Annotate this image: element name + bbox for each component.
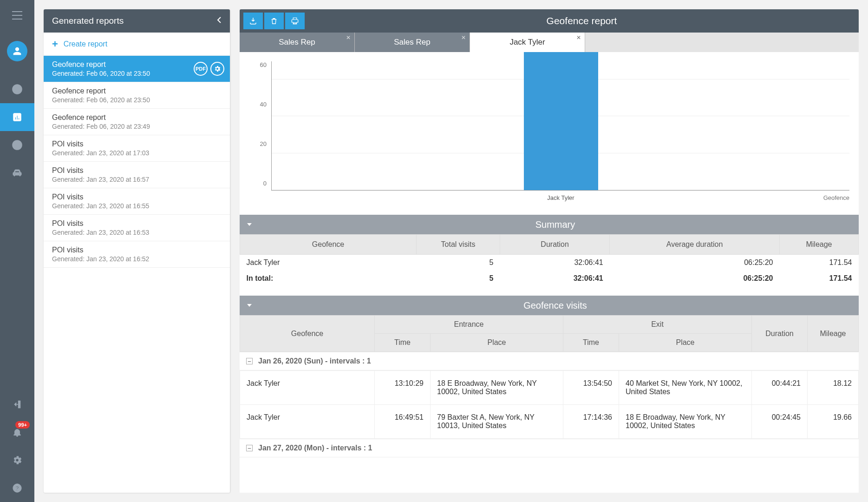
- tab-label: Jack Tyler: [509, 38, 545, 47]
- report-item-title: Geofence report: [52, 113, 222, 122]
- nav-reports[interactable]: [0, 103, 34, 131]
- svg-rect-1: [12, 15, 22, 16]
- topbar: Geofence report: [240, 9, 859, 33]
- visits-group-row: −Jan 27, 2020 (Mon) - intervals : 1: [240, 439, 859, 457]
- x-category-label: Jack Tyler: [547, 194, 574, 201]
- report-item-sub: Generated: Jan 23, 2020 at 16:53: [52, 229, 222, 236]
- visits-th-mileage: Mileage: [808, 316, 859, 352]
- chart: 6040200 Geofence Jack Tyler: [240, 52, 859, 205]
- visits-header: Geofence visits: [240, 296, 859, 315]
- download-button[interactable]: [243, 13, 263, 29]
- delete-button[interactable]: [264, 13, 284, 29]
- summary-th-avg: Average duration: [610, 235, 780, 255]
- report-item[interactable]: POI visitsGenerated: Jan 23, 2020 at 16:…: [44, 188, 230, 215]
- tab[interactable]: Jack Tyler✕: [470, 33, 585, 52]
- visits-title: Geofence visits: [258, 300, 852, 311]
- visits-rows-table: Jack Tyler13:10:2918 E Broadway, New Yor…: [240, 370, 859, 439]
- summary-title: Summary: [258, 219, 852, 230]
- report-item[interactable]: Geofence reportGenerated: Feb 06, 2020 a…: [44, 82, 230, 109]
- y-tick: 40: [260, 101, 267, 108]
- tab[interactable]: Sales Rep✕: [355, 33, 470, 52]
- visits-th-x-place: Place: [619, 334, 752, 352]
- svg-rect-7: [19, 118, 20, 120]
- expand-icon[interactable]: −: [246, 358, 253, 364]
- y-tick: 0: [263, 180, 267, 187]
- nav-help[interactable]: ?: [0, 474, 34, 502]
- main-panel: Geofence report Sales Rep✕Sales Rep✕Jack…: [240, 9, 859, 493]
- visits-th-x-time: Time: [563, 334, 619, 352]
- tab[interactable]: Sales Rep✕: [240, 33, 355, 52]
- notification-badge: 99+: [15, 421, 30, 429]
- summary-row: Jack Tyler532:06:4106:25:20171.54: [240, 255, 859, 271]
- summary-th-visits: Total visits: [417, 235, 500, 255]
- visits-th-e-place: Place: [431, 334, 563, 352]
- report-item-title: Geofence report: [52, 87, 222, 95]
- report-item-sub: Generated: Jan 23, 2020 at 16:55: [52, 202, 222, 210]
- group-label: Jan 26, 2020 (Sun) - intervals : 1: [258, 357, 371, 365]
- expand-icon[interactable]: −: [246, 445, 253, 451]
- report-item[interactable]: POI visitsGenerated: Jan 23, 2020 at 16:…: [44, 215, 230, 241]
- svg-rect-5: [15, 117, 16, 120]
- summary-th-mileage: Mileage: [780, 235, 859, 255]
- report-item-title: POI visits: [52, 140, 222, 148]
- report-item[interactable]: POI visitsGenerated: Jan 23, 2020 at 16:…: [44, 162, 230, 188]
- close-icon[interactable]: ✕: [576, 34, 581, 41]
- report-item-sub: Generated: Jan 23, 2020 at 17:03: [52, 149, 222, 157]
- main-title: Geofence report: [305, 15, 859, 26]
- summary-header: Summary: [240, 215, 859, 234]
- nav-clock[interactable]: [0, 131, 34, 159]
- nav-exit[interactable]: [0, 390, 34, 418]
- visits-collapse-icon[interactable]: [246, 300, 253, 311]
- gear-icon[interactable]: [210, 62, 224, 76]
- bar: [524, 52, 598, 190]
- left-rail: 99+ ?: [0, 0, 34, 502]
- report-item-title: POI visits: [52, 166, 222, 175]
- visits-table: Geofence Entrance Exit Duration Mileage …: [240, 315, 859, 352]
- visits-th-e-time: Time: [375, 334, 431, 352]
- reports-panel: Generated reports + Create report Geofen…: [44, 9, 230, 493]
- tab-label: Sales Rep: [394, 38, 430, 47]
- summary-th-geofence: Geofence: [240, 235, 417, 255]
- report-item[interactable]: POI visitsGenerated: Jan 23, 2020 at 16:…: [44, 241, 230, 268]
- close-icon[interactable]: ✕: [461, 34, 466, 41]
- pdf-icon[interactable]: PDF: [194, 62, 208, 76]
- report-item-sub: Generated: Jan 23, 2020 at 16:52: [52, 255, 222, 263]
- report-item-sub: Generated: Feb 06, 2020 at 23:50: [52, 96, 222, 104]
- report-item-title: POI visits: [52, 246, 222, 254]
- hamburger-button[interactable]: [0, 4, 34, 27]
- reports-title: Generated reports: [52, 16, 124, 26]
- visits-th-exit: Exit: [563, 316, 752, 334]
- nav-notifications[interactable]: 99+: [0, 418, 34, 446]
- summary-th-duration: Duration: [500, 235, 610, 255]
- visits-body: −Jan 26, 2020 (Sun) - intervals : 1Jack …: [240, 352, 859, 457]
- nav-globe[interactable]: [0, 75, 34, 103]
- create-report-button[interactable]: + Create report: [44, 33, 230, 56]
- report-item-sub: Generated: Jan 23, 2020 at 16:57: [52, 176, 222, 183]
- chart-plot: Geofence Jack Tyler: [271, 61, 849, 191]
- visits-th-entrance: Entrance: [375, 316, 563, 334]
- user-avatar[interactable]: [7, 41, 27, 61]
- nav-car[interactable]: [0, 159, 34, 187]
- report-list: Geofence reportGenerated: Feb 06, 2020 a…: [44, 56, 230, 493]
- visits-th-duration: Duration: [752, 316, 808, 352]
- chart-y-axis: 6040200: [249, 61, 271, 187]
- summary-table: Geofence Total visits Duration Average d…: [240, 234, 859, 286]
- report-item-sub: Generated: Feb 06, 2020 at 23:49: [52, 123, 222, 130]
- collapse-icon[interactable]: [217, 16, 222, 26]
- report-item-title: POI visits: [52, 219, 222, 228]
- reports-header: Generated reports: [44, 9, 230, 33]
- print-button[interactable]: [285, 13, 305, 29]
- y-tick: 60: [260, 61, 267, 68]
- visits-th-geofence: Geofence: [240, 316, 375, 352]
- close-icon[interactable]: ✕: [346, 34, 351, 41]
- svg-rect-0: [12, 11, 22, 12]
- nav-settings[interactable]: [0, 446, 34, 474]
- report-item[interactable]: Geofence reportGenerated: Feb 06, 2020 a…: [44, 56, 230, 82]
- report-item[interactable]: POI visitsGenerated: Jan 23, 2020 at 17:…: [44, 135, 230, 162]
- summary-total-row: In total:532:06:4106:25:20171.54: [240, 271, 859, 286]
- visit-row: Jack Tyler13:10:2918 E Broadway, New Yor…: [240, 371, 859, 405]
- tabs: Sales Rep✕Sales Rep✕Jack Tyler✕: [240, 33, 859, 52]
- svg-text:?: ?: [15, 485, 19, 492]
- summary-collapse-icon[interactable]: [246, 219, 253, 230]
- report-item[interactable]: Geofence reportGenerated: Feb 06, 2020 a…: [44, 109, 230, 135]
